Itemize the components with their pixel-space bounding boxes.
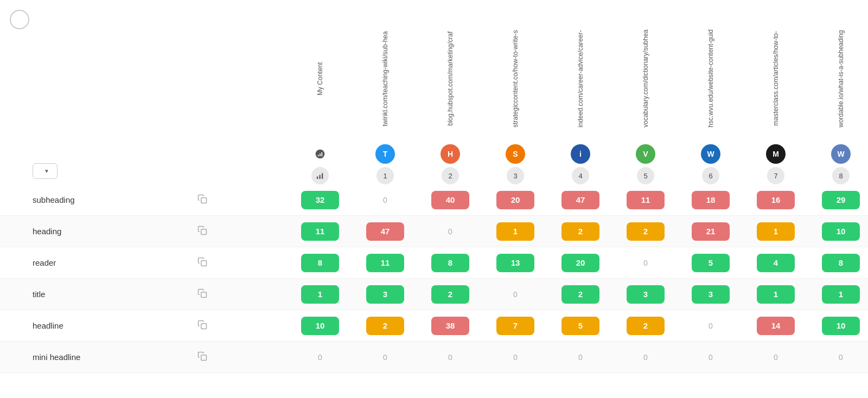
cell-title-2: 2 bbox=[418, 283, 483, 306]
data-row-headline: 10238752014100 bbox=[212, 310, 868, 342]
cell-headline-4: 5 bbox=[548, 314, 613, 337]
cell-heading-1: 47 bbox=[353, 220, 418, 243]
topic-row: reader bbox=[0, 247, 212, 279]
column-url-hsc: hsc.wvu.edu/website-content-guid bbox=[707, 9, 714, 144]
cell-mini headline-6: 0 bbox=[678, 351, 743, 364]
column-url-wordable: wordable.io/what-is-a-subheading bbox=[837, 9, 845, 144]
cell-subheading-1: 0 bbox=[353, 194, 418, 207]
column-icon-masterclass: M bbox=[766, 144, 786, 164]
columns-header: My Contenttwinkl.com/teaching-wiki/sub-h… bbox=[212, 0, 868, 184]
cell-mini headline-1: 0 bbox=[353, 351, 418, 364]
cell-mini headline-5: 0 bbox=[613, 351, 678, 364]
svg-rect-4 bbox=[201, 323, 207, 329]
column-icon-indeed: i bbox=[571, 144, 590, 164]
rank-badge-twinkl: 1 bbox=[376, 167, 394, 184]
google-rank-label-cell bbox=[212, 0, 288, 184]
rank-badge-masterclass: 7 bbox=[767, 167, 784, 184]
cell-title-0: 1 bbox=[288, 283, 353, 306]
cell-reader-2: 8 bbox=[418, 252, 483, 274]
data-row-mini-headline: 0000000000 bbox=[212, 342, 868, 373]
svg-rect-5 bbox=[201, 355, 207, 360]
cell-heading-8: 10 bbox=[808, 220, 868, 243]
column-icon-twinkl: T bbox=[375, 144, 395, 164]
cell-reader-0: 8 bbox=[288, 252, 353, 274]
copy-icon[interactable] bbox=[197, 320, 212, 332]
column-url-vocabulary: vocabulary.com/dictionary/subhea bbox=[642, 9, 649, 144]
close-button[interactable] bbox=[10, 10, 29, 29]
cell-headline-5: 2 bbox=[613, 314, 678, 337]
rank-badge-hsc: 6 bbox=[702, 167, 719, 184]
cell-subheading-7: 16 bbox=[743, 189, 808, 211]
left-header: ▼ bbox=[0, 0, 212, 184]
column-header-wordable: wordable.io/what-is-a-subheadingW8 bbox=[808, 9, 868, 184]
svg-rect-8 bbox=[320, 153, 321, 156]
copy-icon[interactable] bbox=[197, 226, 212, 237]
topic-row: title bbox=[0, 279, 212, 310]
svg-rect-9 bbox=[322, 152, 323, 157]
topic-row: mini headline bbox=[0, 342, 212, 373]
cell-headline-2: 38 bbox=[418, 314, 483, 337]
topic-label: heading bbox=[33, 227, 193, 236]
topic-label: headline bbox=[33, 321, 193, 330]
cell-headline-6: 0 bbox=[678, 319, 743, 332]
left-panel: ▼ subheadingheadingreadertitleheadlinemi… bbox=[0, 0, 212, 398]
chevron-down-icon: ▼ bbox=[44, 168, 49, 174]
data-columns-header: My Contenttwinkl.com/teaching-wiki/sub-h… bbox=[288, 9, 868, 184]
cell-mini headline-0: 0 bbox=[288, 351, 353, 364]
cell-title-8: 1 bbox=[808, 283, 868, 306]
data-row-subheading: 3204020471118162913 bbox=[212, 184, 868, 216]
copy-icon[interactable] bbox=[197, 257, 212, 269]
cell-title-4: 2 bbox=[548, 283, 613, 306]
column-header-twinkl: twinkl.com/teaching-wiki/sub-heaT1 bbox=[353, 9, 418, 184]
cell-headline-0: 10 bbox=[288, 314, 353, 337]
topic-label: subheading bbox=[33, 195, 193, 204]
cell-title-5: 3 bbox=[613, 283, 678, 306]
data-row-heading: 11470122211106 bbox=[212, 216, 868, 247]
data-row-title: 1320233111 bbox=[212, 279, 868, 310]
svg-rect-0 bbox=[201, 197, 207, 203]
cell-mini headline-2: 0 bbox=[418, 351, 483, 364]
cell-mini headline-4: 0 bbox=[548, 351, 613, 364]
svg-rect-2 bbox=[201, 260, 207, 266]
column-header-hsc: hsc.wvu.edu/website-content-guidW6 bbox=[678, 9, 743, 184]
cell-title-6: 3 bbox=[678, 283, 743, 306]
cell-mini headline-7: 0 bbox=[743, 351, 808, 364]
copy-icon[interactable] bbox=[197, 194, 212, 206]
grid-header: My Contenttwinkl.com/teaching-wiki/sub-h… bbox=[212, 0, 868, 184]
cell-reader-5: 0 bbox=[613, 256, 678, 269]
cell-mini headline-8: 0 bbox=[808, 351, 868, 364]
cell-mini headline-3: 0 bbox=[483, 351, 548, 364]
rank-badge-strategic: 3 bbox=[507, 167, 524, 184]
svg-rect-3 bbox=[201, 292, 207, 297]
rank-badge-indeed: 4 bbox=[572, 167, 589, 184]
cell-heading-2: 0 bbox=[418, 225, 483, 238]
right-panel[interactable]: My Contenttwinkl.com/teaching-wiki/sub-h… bbox=[212, 0, 868, 398]
cell-reader-7: 4 bbox=[743, 252, 808, 274]
cell-subheading-4: 47 bbox=[548, 189, 613, 211]
column-url-twinkl: twinkl.com/teaching-wiki/sub-hea bbox=[381, 9, 389, 144]
column-icon-hubspot: H bbox=[441, 144, 460, 164]
data-row-reader: 8118132005480 bbox=[212, 247, 868, 279]
column-header-hubspot: blog.hubspot.com/marketing/crafH2 bbox=[418, 9, 483, 184]
data-grid: 3204020471118162913114701222111068118132… bbox=[212, 184, 868, 373]
cell-headline-7: 14 bbox=[743, 314, 808, 337]
column-url-indeed: indeed.com/career-advice/career- bbox=[577, 9, 584, 144]
cell-reader-1: 11 bbox=[353, 252, 418, 274]
cell-subheading-6: 18 bbox=[678, 189, 743, 211]
cell-subheading-3: 20 bbox=[483, 189, 548, 211]
column-header-indeed: indeed.com/career-advice/career-i4 bbox=[548, 9, 613, 184]
copy-icon[interactable] bbox=[197, 288, 212, 300]
column-url-masterclass: masterclass.com/articles/how-to- bbox=[772, 9, 780, 144]
cell-reader-3: 13 bbox=[483, 252, 548, 274]
column-icon-wordable: W bbox=[831, 144, 851, 164]
column-icon-strategic: S bbox=[506, 144, 525, 164]
top-topics-button[interactable]: ▼ bbox=[33, 163, 58, 179]
topic-row: heading bbox=[0, 216, 212, 247]
copy-icon[interactable] bbox=[197, 351, 212, 363]
column-header-my-content: My Content bbox=[288, 9, 353, 184]
cell-heading-0: 11 bbox=[288, 220, 353, 243]
rank-badge-vocabulary: 5 bbox=[637, 167, 654, 184]
svg-rect-12 bbox=[322, 174, 323, 179]
topic-row: headline bbox=[0, 310, 212, 342]
svg-rect-1 bbox=[201, 229, 207, 234]
